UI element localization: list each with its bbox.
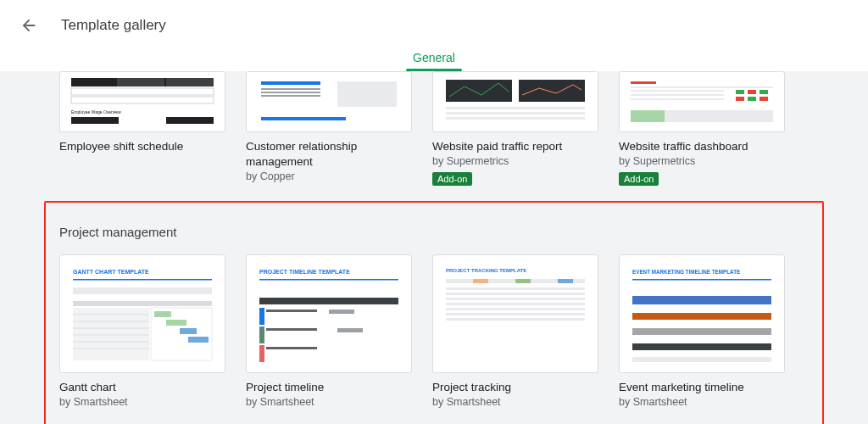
svg-rect-13: [337, 81, 397, 107]
svg-rect-14: [261, 117, 346, 120]
svg-rect-67: [446, 298, 585, 300]
addon-badge: Add-on: [619, 172, 659, 186]
thumbnail-art: EVENT MARKETING TIMELINE TEMPLATE: [626, 260, 778, 367]
template-title: Gantt chart: [59, 380, 225, 395]
template-card[interactable]: PROJECT TIMELINE TEMPLATE Project timeli…: [246, 254, 412, 408]
svg-rect-32: [631, 110, 665, 122]
svg-rect-52: [259, 308, 264, 325]
svg-text:EVENT MARKETING TIMELINE TEMPL: EVENT MARKETING TIMELINE TEMPLATE: [632, 269, 740, 275]
svg-rect-65: [446, 287, 585, 290]
svg-rect-5: [71, 97, 214, 103]
template-thumbnail: Employee Wage Overview: [59, 71, 225, 132]
template-title: Website traffic dashboard: [619, 139, 785, 154]
thumbnail-art: [626, 76, 778, 127]
svg-rect-19: [446, 117, 585, 120]
template-title: Website paid traffic report: [432, 139, 598, 154]
svg-rect-8: [166, 117, 214, 124]
svg-rect-12: [261, 95, 320, 97]
template-author: by Supermetrics: [432, 155, 598, 167]
template-author: by Smartsheet: [619, 396, 785, 408]
template-row: Employee Wage Overview Employee shift sc…: [59, 71, 809, 186]
svg-rect-10: [261, 88, 320, 90]
svg-text:PROJECT TIMELINE TEMPLATE: PROJECT TIMELINE TEMPLATE: [259, 269, 350, 275]
template-card[interactable]: Website traffic dashboard by Supermetric…: [619, 71, 785, 186]
template-card[interactable]: Website paid traffic report by Supermetr…: [432, 71, 598, 186]
template-title: Employee shift schedule: [59, 139, 225, 154]
template-card[interactable]: GANTT CHART TEMPLATE: [59, 254, 225, 408]
template-card[interactable]: PROJECT TRACKING TEMPLATE Project: [432, 254, 598, 408]
template-thumbnail: PROJECT TIMELINE TEMPLATE: [246, 254, 412, 373]
template-title: Project timeline: [246, 380, 412, 395]
tab-bar: General: [0, 51, 868, 71]
thumbnail-art: PROJECT TIMELINE TEMPLATE: [253, 260, 405, 367]
svg-text:PROJECT TRACKING TEMPLATE: PROJECT TRACKING TEMPLATE: [446, 268, 526, 273]
back-button[interactable]: [17, 14, 41, 37]
svg-rect-70: [446, 313, 585, 315]
svg-rect-24: [760, 90, 768, 94]
svg-rect-78: [632, 357, 771, 362]
svg-rect-73: [632, 279, 771, 281]
svg-rect-25: [736, 97, 744, 101]
svg-rect-23: [748, 90, 756, 94]
svg-rect-11: [261, 92, 320, 93]
tab-general[interactable]: General: [399, 51, 469, 71]
template-card[interactable]: Employee Wage Overview Employee shift sc…: [59, 71, 225, 186]
template-thumbnail: [619, 71, 785, 132]
svg-rect-59: [266, 347, 317, 349]
svg-rect-7: [71, 117, 119, 124]
template-author: by Copper: [246, 170, 412, 182]
svg-rect-15: [446, 80, 512, 102]
svg-rect-17: [446, 107, 585, 109]
template-card[interactable]: EVENT MARKETING TIMELINE TEMPLATE Event …: [619, 254, 785, 408]
gallery: Employee Wage Overview Employee shift sc…: [0, 71, 868, 424]
svg-rect-9: [261, 81, 320, 85]
addon-badge: Add-on: [432, 172, 472, 186]
svg-rect-77: [632, 343, 771, 350]
svg-rect-54: [329, 310, 354, 314]
template-title: Customer relationship management: [246, 139, 412, 170]
svg-text:GANTT CHART TEMPLATE: GANTT CHART TEMPLATE: [73, 269, 149, 275]
section-title: Project management: [59, 203, 809, 254]
template-title: Project tracking: [432, 380, 598, 395]
svg-rect-37: [73, 308, 149, 360]
svg-rect-69: [446, 308, 585, 310]
svg-rect-18: [446, 112, 585, 114]
svg-rect-29: [631, 94, 724, 96]
svg-rect-41: [180, 328, 197, 334]
header-bar: Template gallery: [0, 0, 868, 51]
arrow-left-icon: [19, 16, 38, 35]
template-thumbnail: [432, 71, 598, 132]
svg-rect-40: [166, 320, 186, 326]
svg-rect-75: [632, 313, 771, 320]
template-author: by Supermetrics: [619, 155, 785, 167]
svg-rect-58: [259, 345, 264, 362]
thumbnail-art: GANTT CHART TEMPLATE: [66, 260, 219, 367]
svg-rect-4: [71, 88, 214, 95]
svg-rect-21: [631, 86, 773, 88]
template-author: by Smartsheet: [59, 396, 225, 408]
svg-rect-39: [154, 311, 171, 317]
template-thumbnail: [246, 71, 412, 132]
thumbnail-art: Employee Wage Overview: [66, 76, 219, 127]
template-card[interactable]: Customer relationship management by Copp…: [246, 71, 412, 186]
svg-rect-35: [73, 287, 212, 294]
svg-rect-74: [632, 296, 771, 304]
svg-rect-51: [259, 298, 398, 304]
template-thumbnail: GANTT CHART TEMPLATE: [59, 254, 225, 373]
page-title: Template gallery: [61, 17, 166, 34]
svg-rect-71: [446, 318, 585, 321]
template-title: Event marketing timeline: [619, 380, 785, 395]
project-management-section-highlight: Project management GANTT CHART TEMPLATE: [44, 201, 824, 424]
svg-rect-20: [631, 81, 656, 84]
svg-rect-64: [558, 279, 573, 283]
template-author: by Smartsheet: [246, 396, 412, 408]
svg-rect-62: [473, 279, 488, 283]
template-thumbnail: EVENT MARKETING TIMELINE TEMPLATE: [619, 254, 785, 373]
svg-rect-2: [117, 78, 164, 86]
template-row: GANTT CHART TEMPLATE: [59, 254, 809, 408]
svg-rect-30: [631, 98, 724, 100]
template-thumbnail: PROJECT TRACKING TEMPLATE: [432, 254, 598, 373]
svg-rect-42: [188, 337, 209, 343]
svg-rect-34: [73, 279, 212, 281]
svg-text:Employee Wage Overview: Employee Wage Overview: [71, 109, 121, 114]
